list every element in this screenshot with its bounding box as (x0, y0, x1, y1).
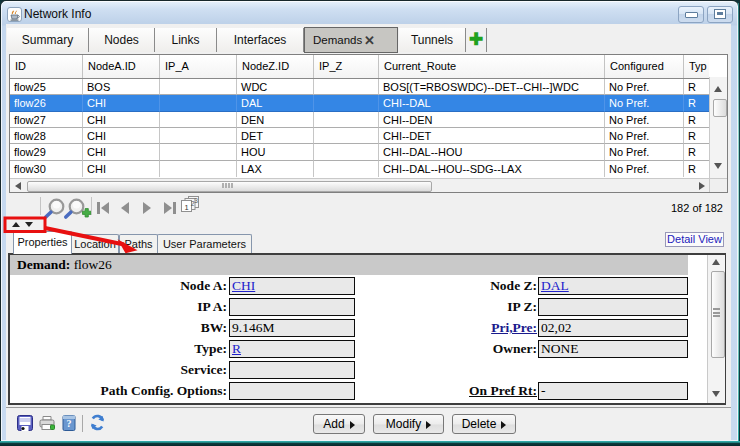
svg-text:2: 2 (191, 200, 195, 207)
svg-text:?: ? (67, 418, 72, 429)
svg-text:1: 1 (184, 203, 188, 212)
svg-text:3: 3 (194, 197, 198, 204)
